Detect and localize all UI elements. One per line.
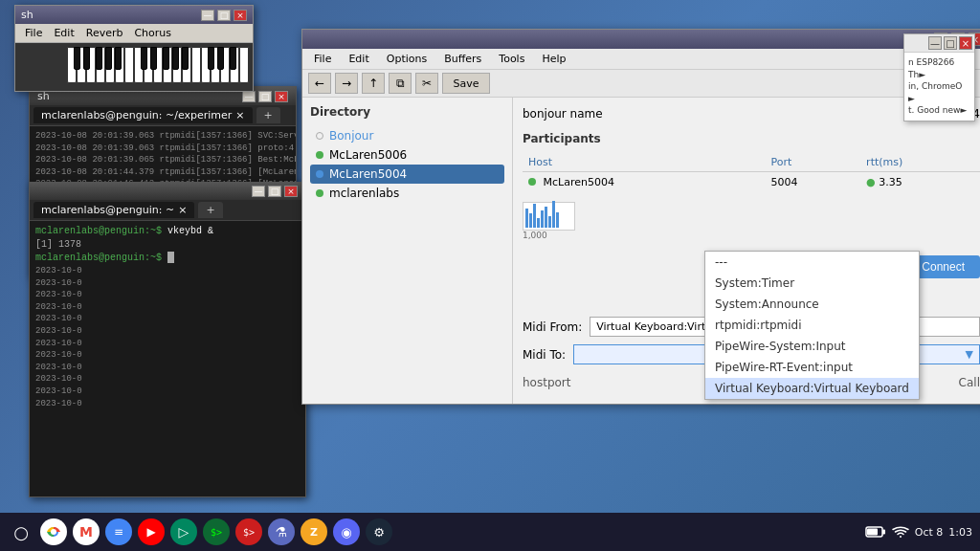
menu-buffers[interactable]: Buffers xyxy=(436,51,489,67)
gmail-taskbar-icon[interactable]: M xyxy=(73,518,100,545)
rtpmidi-titlebar[interactable]: — □ × xyxy=(302,30,980,49)
dropdown-item-separator[interactable]: --- xyxy=(705,252,919,273)
chart-label: 1,000 xyxy=(523,231,980,240)
piano-window: sh — □ × File Edit Reverb Chorus xyxy=(14,5,254,92)
menu-file[interactable]: File xyxy=(306,51,339,67)
piano-minimize-btn[interactable]: — xyxy=(201,10,214,21)
dropdown-item-rtpmidi[interactable]: rtpmidi:rtpmidi xyxy=(705,315,919,336)
midi-to-dropdown-icon: ▼ xyxy=(966,348,973,361)
terminal1-tab-add[interactable]: + xyxy=(256,107,280,123)
terminal2-maximize[interactable]: □ xyxy=(268,186,281,197)
directory-item-mclaren5006[interactable]: McLaren5006 xyxy=(310,145,504,165)
directory-item-mclaren5004[interactable]: McLaren5004 xyxy=(310,165,504,184)
piano-menu: File Edit Reverb Chorus xyxy=(15,24,253,43)
terminal2-close[interactable]: × xyxy=(284,186,298,197)
table-row: McLaren5004 5004 ● 3.35 xyxy=(523,172,980,193)
desktop: sh — □ × File Edit Reverb Chorus xyxy=(0,0,980,551)
terminal1-maximize[interactable]: □ xyxy=(258,91,272,102)
toolbar-back[interactable]: ← xyxy=(308,73,331,94)
notif-close[interactable]: × xyxy=(959,36,972,50)
dropdown-item-system-announce[interactable]: System:Announce xyxy=(705,294,919,315)
dropdown-item-pipewire-rt[interactable]: PipeWire-RT-Event:input xyxy=(705,357,919,378)
mclaren5006-dot xyxy=(316,151,323,159)
call-label: Call xyxy=(959,376,980,389)
dropdown-item-virtual-keyboard[interactable]: Virtual Keyboard:Virtual Keyboard xyxy=(705,378,919,399)
piano-menu-edit[interactable]: Edit xyxy=(48,26,79,40)
discord-taskbar-icon[interactable]: ◉ xyxy=(333,518,360,545)
rtpmidi-toolbar: ← → ↑ ⧉ ✂ Save xyxy=(302,70,980,98)
bonjour-label: Bonjour xyxy=(329,129,373,143)
dropdown-item-system-timer[interactable]: System:Timer xyxy=(705,273,919,294)
terminal1-controls[interactable]: — □ × xyxy=(242,91,288,102)
toolbar-up[interactable]: ↑ xyxy=(362,73,385,94)
terminal2-tab-add[interactable]: + xyxy=(198,202,222,218)
status-icons: Oct 8 1:03 xyxy=(865,525,972,539)
toolbar-cut[interactable]: ✂ xyxy=(415,73,438,94)
terminal-line: 2023-10-0 xyxy=(35,313,300,325)
terminal2-minimize[interactable]: — xyxy=(252,186,265,197)
directory-item-bonjour[interactable]: Bonjour xyxy=(310,126,504,145)
play-store-taskbar-icon[interactable]: ▷ xyxy=(170,518,197,545)
toolbar-save[interactable]: Save xyxy=(442,73,490,94)
terminal-line: 2023-10-0 xyxy=(35,386,300,398)
menu-edit[interactable]: Edit xyxy=(341,51,376,67)
host-dot xyxy=(528,178,536,186)
taskbar-right: Oct 8 1:03 xyxy=(865,525,972,539)
terminal-line: 2023-10-08 20:01:44.379 rtpmidi[1357:136… xyxy=(35,166,290,179)
col-port: Port xyxy=(766,153,861,172)
terminal1-tab1-close[interactable]: × xyxy=(235,109,244,121)
directory-item-mclarenlabs[interactable]: mclarenlabs xyxy=(310,184,504,203)
toolbar-forward[interactable]: → xyxy=(335,73,358,94)
terminal2-controls[interactable]: — □ × xyxy=(252,186,298,197)
toolbar-copy[interactable]: ⧉ xyxy=(389,73,412,94)
piano-menu-reverb[interactable]: Reverb xyxy=(80,26,129,40)
launcher-icon[interactable]: ○ xyxy=(8,518,34,545)
taskbar-time: 1:03 xyxy=(948,526,972,539)
taskbar: ○ M ≡ ▶ ▷ $> xyxy=(0,513,980,551)
terminal1-close[interactable]: × xyxy=(275,91,288,102)
participants-title: Participants xyxy=(523,132,980,145)
menu-help[interactable]: Help xyxy=(534,51,573,67)
docs-taskbar-icon[interactable]: ≡ xyxy=(105,518,132,545)
terminal-line: 2023-10-0 xyxy=(35,325,300,338)
piano-menu-file[interactable]: File xyxy=(19,26,48,40)
row-rtt: ● 3.35 xyxy=(860,172,980,193)
row-port: 5004 xyxy=(766,172,861,193)
terminal-window-2: — □ × mclarenlabs@penguin: ~ × + mclaren… xyxy=(29,182,306,497)
wifi-icon xyxy=(892,525,909,539)
notif-maximize[interactable]: □ xyxy=(944,36,957,50)
terminal-line: 2023-10-08 20:01:39.065 rtpmidi[1357:136… xyxy=(35,154,290,166)
flask-taskbar-icon[interactable]: ⚗ xyxy=(268,518,295,545)
terminal2-taskbar-icon[interactable]: $> xyxy=(235,518,262,545)
menu-tools[interactable]: Tools xyxy=(491,51,532,67)
terminal1-taskbar-icon[interactable]: $> xyxy=(203,518,230,545)
terminal1-minimize[interactable]: — xyxy=(242,91,256,102)
menu-options[interactable]: Options xyxy=(379,51,434,67)
chrome-taskbar-icon[interactable] xyxy=(40,518,67,545)
terminal-line: 2023-10-0 xyxy=(35,398,300,410)
piano-close-btn[interactable]: × xyxy=(234,10,247,21)
zsh-taskbar-icon[interactable]: Z xyxy=(301,518,327,545)
terminal1-tab1[interactable]: mclarenlabs@penguin: ~/experimer × xyxy=(33,107,253,123)
piano-menu-chorus[interactable]: Chorus xyxy=(128,26,177,40)
col-host: Host xyxy=(523,153,766,172)
terminal2-tab1[interactable]: mclarenlabs@penguin: ~ × xyxy=(33,202,194,218)
terminal2-titlebar[interactable]: — □ × xyxy=(30,183,305,200)
terminal-line: 2023-10-0 xyxy=(35,338,300,350)
dropdown-item-pipewire-system[interactable]: PipeWire-System:Input xyxy=(705,336,919,357)
notif-minimize[interactable]: — xyxy=(928,36,942,50)
hostport-label: hostport xyxy=(523,376,571,389)
notification-titlebar[interactable]: — □ × xyxy=(904,34,974,53)
terminal1-tabs: mclarenlabs@penguin: ~/experimer × + xyxy=(30,105,296,126)
cursor xyxy=(167,252,174,263)
terminal2-tab1-close[interactable]: × xyxy=(178,204,187,216)
piano-titlebar[interactable]: sh — □ × xyxy=(15,6,253,24)
terminal-line: mclarenlabs@penguin:~$ vkeybd & xyxy=(35,225,300,238)
youtube-taskbar-icon[interactable]: ▶ xyxy=(138,518,165,545)
mclarenlabs-label: mclarenlabs xyxy=(329,187,399,200)
svg-point-2 xyxy=(51,529,56,535)
piano-window-controls[interactable]: — □ × xyxy=(201,10,247,21)
steam-taskbar-icon[interactable]: ⚙ xyxy=(366,518,392,545)
piano-maximize-btn[interactable]: □ xyxy=(217,10,231,21)
piano-keys[interactable] xyxy=(15,43,253,91)
